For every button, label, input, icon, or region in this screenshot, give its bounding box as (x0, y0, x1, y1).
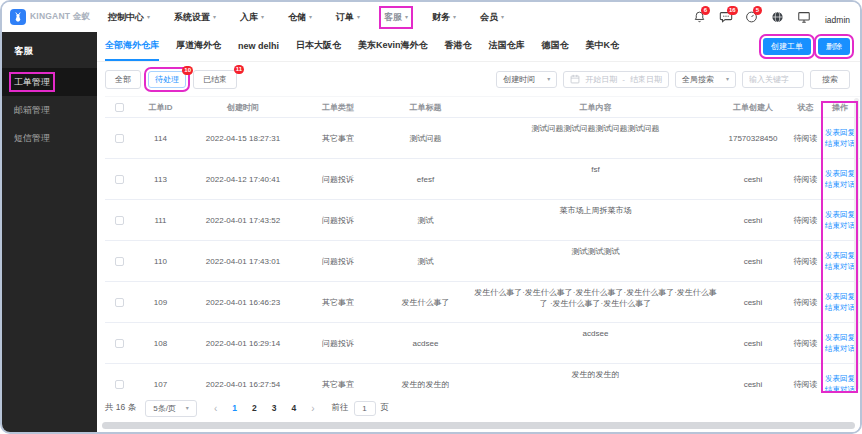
cell-work-order-content: 测试问题测试问题测试问题测试问题 (473, 118, 718, 158)
language-button[interactable] (771, 10, 785, 25)
page-size-select[interactable]: 5条/页 ▾ (145, 400, 197, 417)
nav-item-inbound[interactable]: 入库▾ (240, 11, 264, 24)
messages-button[interactable]: 16 (719, 10, 733, 25)
action-link-post-reply[interactable]: 发表回复 (825, 128, 855, 138)
pagination: 共 16 条 5条/页 ▾ ‹ 1234 › 前往 页 (97, 395, 860, 421)
row-checkbox[interactable] (115, 339, 124, 348)
messages-count-badge: 16 (727, 6, 738, 15)
chevron-down-icon: ▾ (309, 14, 312, 20)
delete-button[interactable]: 删除 (818, 38, 850, 55)
brand-logo[interactable]: KINGANT 金蚁 (10, 9, 98, 25)
chevron-down-icon: ▾ (405, 14, 408, 20)
cell-created-time: 2022-04-01 17:43:52 (188, 200, 298, 240)
column-header: 工单标题 (378, 97, 473, 117)
tab-all-overseas-warehouses[interactable]: 全部海外仓库 (105, 32, 159, 61)
ant-logo-icon (10, 9, 26, 25)
main-content: 全部海外仓库厚道海外仓new delhi日本大阪仓美东Kevin海外仓香港仓法国… (97, 32, 860, 432)
sidebar-item-sms-management[interactable]: 短信管理 (2, 124, 97, 152)
search-controls: 创建时间 ▾ 开始日期 - 结束日期 全局搜索 ▾ 搜索 (496, 70, 850, 89)
horizontal-scrollbar[interactable] (102, 422, 855, 429)
column-header: 创建时间 (188, 97, 298, 117)
column-header: 工单类型 (298, 97, 378, 117)
tab-houdao-overseas[interactable]: 厚道海外仓 (176, 32, 221, 61)
action-link-end-conversation[interactable]: 结束对话 (825, 180, 855, 190)
time-field-value: 创建时间 (503, 74, 535, 85)
sidebar-item-work-order-management[interactable]: 工单管理 (2, 68, 97, 96)
notifications-button[interactable]: 6 (693, 10, 707, 25)
date-range-input[interactable]: 开始日期 - 结束日期 (563, 71, 669, 88)
filter-row: 全部待处理10已结束11 创建时间 ▾ 开始日期 - 结束日期 全局搜索 ▾ (97, 62, 860, 96)
fullscreen-button[interactable] (797, 10, 811, 25)
page-number-2[interactable]: 2 (252, 403, 257, 413)
page-number-4[interactable]: 4 (291, 403, 296, 413)
tab-germany[interactable]: 德国仓 (542, 32, 569, 61)
cell-work-order-type: 问题投诉 (298, 323, 378, 363)
tab-us-east-kevin[interactable]: 美东Kevin海外仓 (358, 32, 428, 61)
action-link-end-conversation[interactable]: 结束对话 (825, 303, 855, 313)
column-header: 工单内容 (473, 97, 718, 117)
row-checkbox[interactable] (115, 134, 124, 143)
action-link-post-reply[interactable]: 发表回复 (825, 374, 855, 384)
row-checkbox[interactable] (115, 380, 124, 389)
search-button[interactable]: 搜索 (810, 70, 850, 89)
cell-created-time: 2022-04-01 16:46:23 (188, 282, 298, 322)
prev-page-button[interactable]: ‹ (214, 403, 217, 414)
table-row: 1092022-04-01 16:46:23其它事宜发生什么事了发生什么事了·发… (105, 282, 860, 323)
chevron-down-icon: ▾ (147, 14, 150, 20)
nav-item-system-settings[interactable]: 系统设置▾ (174, 11, 216, 24)
cell-work-order-title: 发生的发生的 (378, 364, 473, 395)
page-number-list: 1234 (232, 403, 296, 413)
dashboard-button[interactable]: 5 (745, 10, 759, 25)
page-numbers: ‹ 1234 › (214, 403, 315, 414)
nav-item-orders[interactable]: 订单▾ (336, 11, 360, 24)
vertical-scrollbar[interactable] (854, 98, 859, 390)
nav-item-label: 订单 (336, 11, 354, 24)
time-field-select[interactable]: 创建时间 ▾ (496, 71, 557, 88)
nav-item-warehouse[interactable]: 仓储▾ (288, 11, 312, 24)
action-link-post-reply[interactable]: 发表回复 (825, 292, 855, 302)
goto-page-input[interactable] (354, 401, 376, 416)
page-number-1[interactable]: 1 (232, 403, 237, 413)
goto-unit: 页 (381, 402, 390, 414)
row-checkbox[interactable] (115, 257, 124, 266)
tab-france[interactable]: 法国仓库 (489, 32, 525, 61)
sidebar-item-label: 工单管理 (14, 77, 50, 87)
filter-pending-button[interactable]: 待处理10 (148, 71, 186, 88)
search-scope-select[interactable]: 全局搜索 ▾ (675, 71, 736, 88)
cell-work-order-type: 其它事宜 (298, 118, 378, 158)
filter-all-button[interactable]: 全部 (105, 70, 141, 89)
current-user[interactable]: iadmin (825, 15, 850, 25)
action-link-post-reply[interactable]: 发表回复 (825, 333, 855, 343)
cell-actions: 发表回复结束对话 (823, 241, 857, 281)
action-link-post-reply[interactable]: 发表回复 (825, 251, 855, 261)
nav-item-member[interactable]: 会员▾ (480, 11, 504, 24)
create-work-order-button[interactable]: 创建工单 (763, 38, 811, 55)
nav-item-finance[interactable]: 财务▾ (432, 11, 456, 24)
row-checkbox[interactable] (115, 298, 124, 307)
select-all-checkbox[interactable] (115, 103, 124, 112)
tab-us-china-k[interactable]: 美中K仓 (586, 32, 620, 61)
next-page-button[interactable]: › (311, 403, 314, 414)
action-link-end-conversation[interactable]: 结束对话 (825, 139, 855, 149)
cell-work-order-content: 菜市场上周拆菜市场 (473, 200, 718, 240)
action-link-post-reply[interactable]: 发表回复 (825, 210, 855, 220)
nav-item-customer-service[interactable]: 客服▾ (384, 11, 408, 24)
row-checkbox[interactable] (115, 216, 124, 225)
nav-item-control-center[interactable]: 控制中心▾ (108, 11, 150, 24)
action-link-end-conversation[interactable]: 结束对话 (825, 344, 855, 354)
tab-hongkong[interactable]: 香港仓 (445, 32, 472, 61)
page-number-3[interactable]: 3 (272, 403, 277, 413)
sidebar-item-mailbox-management[interactable]: 邮箱管理 (2, 96, 97, 124)
tab-japan-osaka[interactable]: 日本大阪仓 (296, 32, 341, 61)
action-link-end-conversation[interactable]: 结束对话 (825, 221, 855, 231)
action-link-end-conversation[interactable]: 结束对话 (825, 385, 855, 395)
row-checkbox[interactable] (115, 175, 124, 184)
keyword-input[interactable] (742, 71, 804, 88)
action-link-end-conversation[interactable]: 结束对话 (825, 262, 855, 272)
chevron-down-icon: ▾ (186, 405, 189, 411)
chevron-down-icon: ▾ (547, 76, 550, 82)
tab-new-delhi[interactable]: new delhi (238, 32, 279, 61)
dashboard-count-badge: 5 (753, 6, 762, 15)
filter-finished-button[interactable]: 已结束11 (193, 70, 237, 89)
action-link-post-reply[interactable]: 发表回复 (825, 169, 855, 179)
